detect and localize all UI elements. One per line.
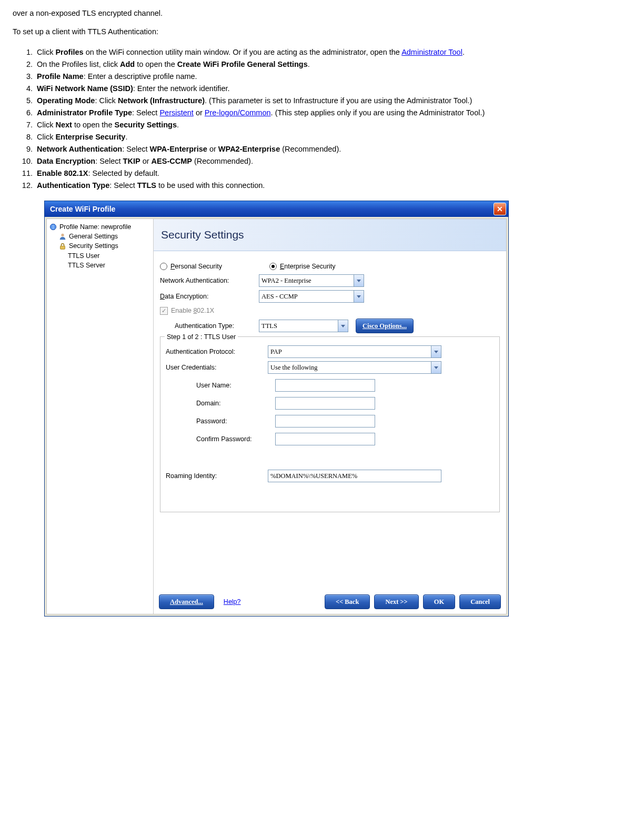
link-admin-tool[interactable]: Administrator Tool — [401, 48, 462, 56]
input-user-name[interactable] — [275, 379, 375, 392]
label-roaming-identity: Roaming Identity: — [166, 471, 268, 481]
intro-top: over a non-exposed TLS encrypted channel… — [13, 8, 631, 19]
step-3: Profile Name: Enter a descriptive profil… — [35, 71, 631, 82]
user-icon — [58, 232, 67, 241]
dialog-title: Create WiFi Profile — [50, 204, 115, 214]
radio-enterprise-security[interactable]: Enterprise Security — [269, 262, 336, 271]
advanced-button[interactable]: Advanced... — [159, 594, 214, 609]
step-6: Administrator Profile Type: Select Persi… — [35, 107, 631, 118]
chevron-down-icon — [431, 362, 441, 373]
help-link[interactable]: Help? — [224, 597, 241, 607]
chevron-down-icon — [354, 275, 364, 286]
step-12: Authentication Type: Select TTLS to be u… — [35, 180, 631, 191]
label-user-name: User Name: — [196, 381, 275, 390]
security-settings-banner: Security Settings — [154, 219, 506, 251]
input-roaming-identity[interactable]: %DOMAIN%\%USERNAME% — [268, 470, 441, 482]
tree-security-settings[interactable]: Security Settings — [58, 241, 151, 251]
steps-list: Click Profiles on the WiFi connection ut… — [13, 47, 631, 191]
next-button[interactable]: Next >> — [374, 594, 418, 609]
step-5: Operating Mode: Click Network (Infrastru… — [35, 95, 631, 106]
button-bar: Advanced... Help? << Back Next >> OK Can… — [154, 590, 506, 614]
chevron-down-icon — [338, 320, 348, 332]
label-auth-type: Authentication Type: — [160, 321, 259, 331]
label-password: Password: — [196, 416, 275, 426]
label-user-credentials: User Credentials: — [166, 363, 268, 372]
combo-data-encryption[interactable]: AES - CCMP — [259, 290, 364, 303]
combo-user-credentials[interactable]: Use the following — [268, 361, 441, 374]
step-11: Enable 802.1X: Selected by default. — [35, 168, 631, 179]
close-icon[interactable]: ✕ — [494, 203, 506, 215]
chevron-down-icon — [354, 291, 364, 302]
profile-tree: Profile Name: newprofile General Setting… — [47, 219, 154, 614]
cancel-button[interactable]: Cancel — [459, 594, 501, 609]
titlebar[interactable]: Create WiFi Profile ✕ — [45, 201, 508, 217]
input-password[interactable] — [275, 415, 375, 428]
main-pane: Security Settings Personal Security Ente… — [154, 219, 506, 614]
ok-button[interactable]: OK — [423, 594, 455, 609]
label-auth-protocol: Authentication Protocol: — [166, 347, 268, 356]
step-4: WiFi Network Name (SSID): Enter the netw… — [35, 83, 631, 94]
cisco-options-button[interactable]: Cisco Options... — [356, 319, 414, 333]
link-persistent[interactable]: Persistent — [159, 108, 193, 117]
combo-network-auth[interactable]: WPA2 - Enterprise — [259, 274, 364, 287]
intro-setup: To set up a client with TTLS Authenticat… — [13, 26, 631, 37]
label-network-auth: Network Authentication: — [160, 276, 259, 285]
svg-point-1 — [61, 234, 64, 236]
combo-auth-type[interactable]: TTLS — [259, 320, 348, 332]
create-wifi-profile-dialog: Create WiFi Profile ✕ Profile Name: newp… — [44, 201, 509, 617]
input-domain[interactable] — [275, 397, 375, 410]
step-7: Click Next to open the Security Settings… — [35, 120, 631, 131]
svg-rect-2 — [61, 246, 65, 249]
step-1: Click Profiles on the WiFi connection ut… — [35, 47, 631, 58]
tree-ttls-user[interactable]: TTLS User — [68, 251, 151, 261]
group-ttls-user: Step 1 of 2 : TTLS User Authentication P… — [160, 336, 500, 512]
tree-ttls-server[interactable]: TTLS Server — [68, 261, 151, 270]
globe-icon — [49, 223, 57, 231]
link-prelogon[interactable]: Pre-logon/Common — [205, 108, 271, 117]
label-domain: Domain: — [196, 399, 275, 408]
lock-icon — [58, 242, 67, 251]
chevron-down-icon — [431, 346, 441, 357]
input-confirm-password[interactable] — [275, 433, 375, 445]
step-9: Network Authentication: Select WPA-Enter… — [35, 144, 631, 155]
step-2: On the Profiles list, click Add to open … — [35, 59, 631, 70]
tree-profile-name[interactable]: Profile Name: newprofile — [49, 222, 151, 232]
combo-auth-protocol[interactable]: PAP — [268, 345, 441, 358]
step-8: Click Enterprise Security. — [35, 132, 631, 143]
radio-personal-security[interactable]: Personal Security — [160, 262, 222, 271]
tree-general-settings[interactable]: General Settings — [58, 232, 151, 241]
check-enable-8021x: Enable 802.1X — [160, 306, 214, 315]
group-legend: Step 1 of 2 : TTLS User — [165, 332, 238, 342]
label-data-encryption: Data Encryption: — [160, 292, 259, 301]
back-button[interactable]: << Back — [325, 594, 370, 609]
step-10: Data Encryption: Select TKIP or AES-CCMP… — [35, 156, 631, 167]
label-confirm-password: Confirm Password: — [196, 434, 275, 444]
checkmark-icon — [160, 307, 168, 315]
